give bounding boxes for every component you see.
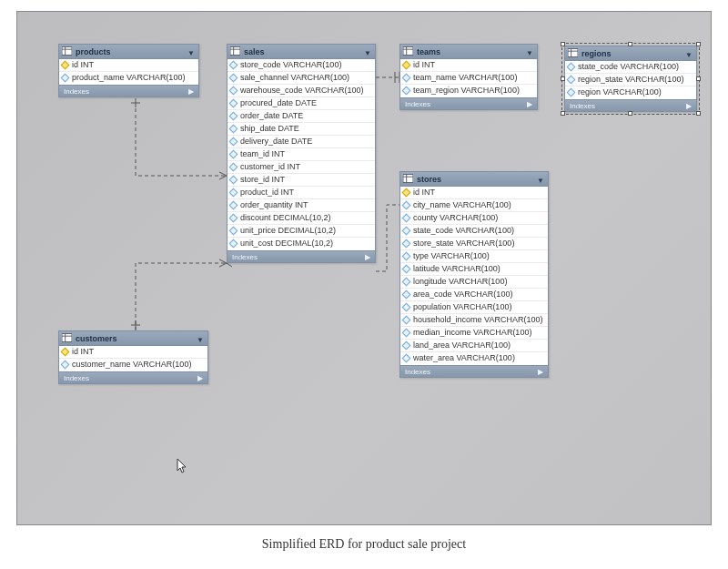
column-row[interactable]: customer_id INT <box>228 161 375 174</box>
column-row[interactable]: customer_name VARCHAR(100) <box>59 359 207 371</box>
expand-icon[interactable]: ▶ <box>538 368 543 376</box>
column-row[interactable]: store_id INT <box>228 174 375 187</box>
column-row[interactable]: store_state VARCHAR(100) <box>400 238 548 250</box>
column-row[interactable]: id INT <box>400 59 537 72</box>
column-row[interactable]: product_id INT <box>228 187 375 199</box>
entity-header[interactable]: stores ▼ <box>400 172 548 187</box>
column-row[interactable]: store_code VARCHAR(100) <box>228 59 375 72</box>
column-text: warehouse_code VARCHAR(100) <box>240 86 363 95</box>
collapse-icon[interactable]: ▼ <box>197 335 204 346</box>
column-text: sale_channel VARCHAR(100) <box>240 73 349 82</box>
column-row[interactable]: team_id INT <box>228 148 375 161</box>
column-text: population VARCHAR(100) <box>413 302 511 311</box>
column-row[interactable]: discount DECIMAL(10,2) <box>228 212 375 225</box>
column-row[interactable]: product_name VARCHAR(100) <box>59 72 198 85</box>
column-row[interactable]: warehouse_code VARCHAR(100) <box>228 85 375 97</box>
entity-columns: store_code VARCHAR(100) sale_channel VAR… <box>228 59 375 250</box>
column-row[interactable]: id INT <box>400 187 548 199</box>
figure-caption: Simplified ERD for product sale project <box>0 537 728 552</box>
selection-handle[interactable] <box>696 42 701 46</box>
column-row[interactable]: unit_price DECIMAL(10,2) <box>228 225 375 238</box>
column-row[interactable]: ship_date DATE <box>228 123 375 136</box>
column-row[interactable]: longitude VARCHAR(100) <box>400 276 548 289</box>
column-text: unit_price DECIMAL(10,2) <box>240 226 336 235</box>
column-row[interactable]: state_code VARCHAR(100) <box>565 61 696 74</box>
expand-icon[interactable]: ▶ <box>188 87 194 96</box>
diamond-icon <box>403 253 410 259</box>
column-row[interactable]: land_area VARCHAR(100) <box>400 340 548 352</box>
entity-sales[interactable]: sales ▼ store_code VARCHAR(100) sale_cha… <box>227 44 376 263</box>
column-row[interactable]: latitude VARCHAR(100) <box>400 263 548 276</box>
entity-header[interactable]: customers ▼ <box>59 331 207 346</box>
column-row[interactable]: id INT <box>59 346 207 359</box>
expand-icon[interactable]: ▶ <box>527 100 532 108</box>
erd-canvas[interactable]: products ▼ id INT product_name VARCHAR(1… <box>16 11 712 525</box>
entity-title: products <box>76 47 111 56</box>
entity-header[interactable]: teams ▼ <box>400 45 537 59</box>
selection-handle[interactable] <box>628 111 632 116</box>
column-row[interactable]: team_name VARCHAR(100) <box>400 72 537 85</box>
entity-footer[interactable]: Indexes▶ <box>565 99 696 111</box>
table-icon <box>62 46 72 56</box>
column-row[interactable]: delivery_date DATE <box>228 136 375 148</box>
column-row[interactable]: unit_cost DECIMAL(10,2) <box>228 238 375 250</box>
diamond-icon <box>230 189 237 196</box>
column-row[interactable]: state_code VARCHAR(100) <box>400 225 548 238</box>
diamond-icon <box>230 228 237 234</box>
entity-customers[interactable]: customers ▼ id INT customer_name VARCHAR… <box>58 330 208 384</box>
entity-teams[interactable]: teams ▼ id INT team_name VARCHAR(100) te… <box>399 44 538 110</box>
entity-footer[interactable]: Indexes▶ <box>59 85 198 97</box>
column-row[interactable]: order_date DATE <box>228 110 375 123</box>
column-row[interactable]: city_name VARCHAR(100) <box>400 199 548 212</box>
selection-handle[interactable] <box>696 111 701 116</box>
column-row[interactable]: id INT <box>59 59 198 72</box>
entity-products[interactable]: products ▼ id INT product_name VARCHAR(1… <box>58 44 199 97</box>
entity-stores[interactable]: stores ▼ id INT city_name VARCHAR(100) c… <box>399 171 549 378</box>
column-row[interactable]: population VARCHAR(100) <box>400 301 548 314</box>
entity-header[interactable]: products ▼ <box>59 45 198 59</box>
collapse-icon[interactable]: ▼ <box>364 48 371 59</box>
column-row[interactable]: county VARCHAR(100) <box>400 212 548 225</box>
entity-footer[interactable]: Indexes▶ <box>228 250 375 262</box>
table-icon <box>62 333 72 342</box>
table-icon <box>230 46 240 56</box>
column-row[interactable]: order_quantity INT <box>228 199 375 212</box>
entity-footer[interactable]: Indexes▶ <box>400 365 548 377</box>
selection-handle[interactable] <box>696 76 701 81</box>
column-text: ship_date DATE <box>240 124 299 133</box>
diamond-icon <box>230 126 237 132</box>
column-row[interactable]: household_income VARCHAR(100) <box>400 314 548 327</box>
svg-rect-3 <box>230 46 240 55</box>
indexes-label: Indexes <box>232 253 258 261</box>
indexes-label: Indexes <box>64 374 89 382</box>
key-icon <box>403 189 410 196</box>
column-row[interactable]: type VARCHAR(100) <box>400 250 548 263</box>
column-row[interactable]: team_region VARCHAR(100) <box>400 85 537 97</box>
expand-icon[interactable]: ▶ <box>686 102 692 110</box>
column-row[interactable]: region_state VARCHAR(100) <box>565 74 696 86</box>
collapse-icon[interactable]: ▼ <box>537 176 544 187</box>
collapse-icon[interactable]: ▼ <box>187 48 195 59</box>
key-icon <box>62 349 68 355</box>
entity-regions[interactable]: regions ▼ state_code VARCHAR(100) region… <box>564 46 697 112</box>
expand-icon[interactable]: ▶ <box>365 253 370 261</box>
collapse-icon[interactable]: ▼ <box>685 50 693 61</box>
collapse-icon[interactable]: ▼ <box>526 48 533 59</box>
expand-icon[interactable]: ▶ <box>197 374 203 382</box>
entity-footer[interactable]: Indexes▶ <box>400 97 537 109</box>
entity-footer[interactable]: Indexes▶ <box>59 371 207 383</box>
column-row[interactable]: median_income VARCHAR(100) <box>400 327 548 340</box>
table-icon <box>568 48 578 57</box>
column-row[interactable]: procured_date DATE <box>228 97 375 110</box>
diamond-icon <box>403 291 410 298</box>
entity-header[interactable]: regions ▼ <box>565 46 696 61</box>
entity-header[interactable]: sales ▼ <box>228 45 375 59</box>
diamond-icon <box>568 76 574 83</box>
svg-rect-12 <box>403 174 413 182</box>
key-icon <box>403 62 410 68</box>
column-row[interactable]: water_area VARCHAR(100) <box>400 352 548 365</box>
selection-handle[interactable] <box>561 111 565 116</box>
column-row[interactable]: area_code VARCHAR(100) <box>400 289 548 301</box>
column-row[interactable]: sale_channel VARCHAR(100) <box>228 72 375 85</box>
column-row[interactable]: region VARCHAR(100) <box>565 86 696 99</box>
